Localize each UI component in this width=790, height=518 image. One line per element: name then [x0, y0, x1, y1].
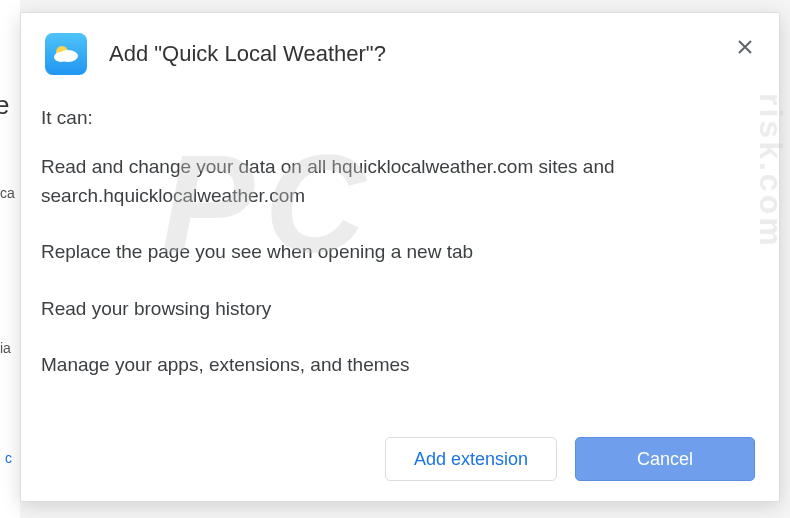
weather-app-icon	[45, 33, 87, 75]
cancel-button[interactable]: Cancel	[575, 437, 755, 481]
extension-install-dialog: Add "Quick Local Weather"? It can: Read …	[20, 12, 780, 502]
permission-item: Read and change your data on all hquickl…	[41, 153, 759, 210]
bg-fragment: c	[5, 450, 12, 466]
dialog-footer: Add extension Cancel	[385, 437, 755, 481]
bg-fragment: ca	[0, 185, 15, 201]
permission-item: Replace the page you see when opening a …	[41, 238, 759, 267]
bg-fragment: ia	[0, 340, 11, 356]
permission-item: Read your browsing history	[41, 295, 759, 324]
dialog-body: It can: Read and change your data on all…	[21, 87, 779, 380]
bg-fragment: e	[0, 90, 9, 121]
page-background: e ca ia c	[0, 0, 20, 518]
svg-point-2	[54, 52, 68, 62]
add-extension-button[interactable]: Add extension	[385, 437, 557, 481]
close-button[interactable]	[733, 35, 757, 59]
dialog-title: Add "Quick Local Weather"?	[109, 41, 386, 67]
close-icon	[737, 39, 753, 55]
dialog-header: Add "Quick Local Weather"?	[21, 13, 779, 87]
permission-item: Manage your apps, extensions, and themes	[41, 351, 759, 380]
permissions-intro: It can:	[41, 107, 759, 129]
